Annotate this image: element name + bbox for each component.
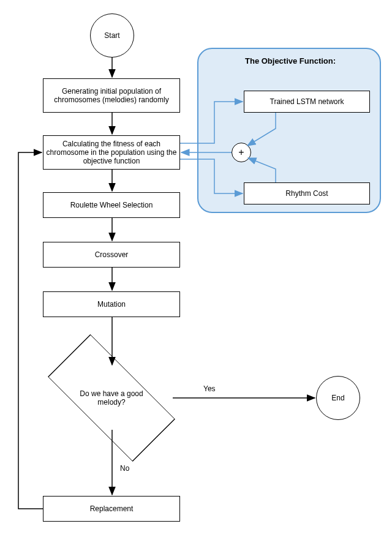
generate-population-process: Generating initial population of chromos… [43, 78, 180, 113]
selection-text: Roulette Wheel Selection [70, 201, 153, 209]
mutation-text: Mutation [97, 300, 126, 309]
decision-text: Do we have a good melody? [78, 389, 145, 407]
mutation-process: Mutation [43, 291, 180, 317]
replacement-process: Replacement [43, 496, 180, 522]
start-terminal: Start [90, 13, 134, 58]
rhythm-box: Rhythm Cost [244, 182, 370, 204]
replacement-text: Replacement [90, 504, 134, 513]
plus-text: + [238, 147, 244, 158]
end-terminal: End [316, 376, 360, 420]
end-label: End [331, 394, 344, 402]
decision-diamond: Do we have a good melody? [69, 355, 154, 441]
plus-operator: + [232, 143, 251, 162]
selection-process: Roulette Wheel Selection [43, 192, 180, 218]
rhythm-text: Rhythm Cost [285, 189, 328, 198]
crossover-process: Crossover [43, 242, 180, 268]
generate-population-text: Generating initial population of chromos… [46, 87, 177, 104]
flowchart-canvas: The Objective Function: Start Generating… [0, 0, 392, 551]
start-label: Start [104, 31, 119, 40]
fitness-calc-text: Calculating the fitness of each chromoso… [46, 140, 177, 165]
crossover-text: Crossover [95, 250, 129, 259]
objective-function-title: The Objective Function: [245, 56, 336, 66]
lstm-text: Trained LSTM network [270, 97, 344, 106]
fitness-calc-process: Calculating the fitness of each chromoso… [43, 135, 180, 170]
yes-label: Yes [203, 384, 216, 393]
lstm-box: Trained LSTM network [244, 91, 370, 113]
no-label: No [120, 464, 129, 473]
